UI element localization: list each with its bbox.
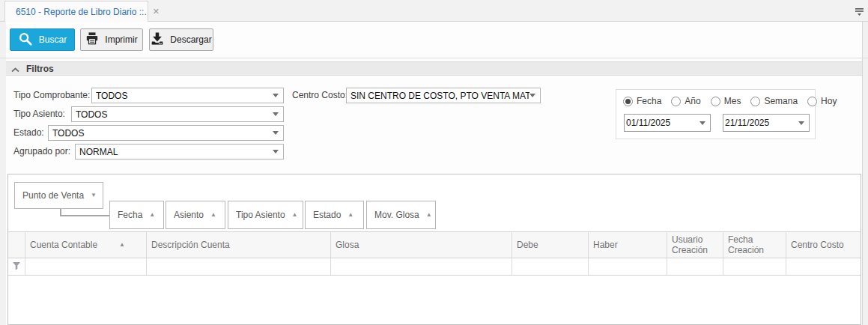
- imprimir-button-label: Imprimir: [105, 34, 137, 45]
- tipo-comprobante-select[interactable]: TODOS: [91, 88, 284, 103]
- filtros-group-header[interactable]: Filtros: [6, 61, 862, 76]
- radio-icon[interactable]: [623, 97, 633, 106]
- filter-input[interactable]: [723, 258, 786, 275]
- tab-title: 6510 - Reporte de Libro Diario ::.: [16, 7, 147, 17]
- filter-cell-glosa[interactable]: [331, 258, 512, 275]
- column-label: Cuenta Contable: [30, 240, 97, 250]
- date-from-input[interactable]: [626, 118, 686, 128]
- sort-box-label: Tipo Asiento: [236, 210, 285, 220]
- filter-cell-usuario-creacion[interactable]: [667, 258, 723, 275]
- column-header-row: Cuenta Contable ▲ Descripción Cuenta Glo…: [8, 231, 861, 258]
- close-icon[interactable]: ✕: [153, 7, 160, 16]
- chevron-down-icon: [798, 121, 804, 125]
- filter-input[interactable]: [147, 258, 330, 275]
- sort-box-label: Mov. Glosa: [374, 210, 419, 220]
- radio-icon[interactable]: [711, 97, 720, 106]
- chevron-down-icon: [699, 121, 705, 125]
- filter-input[interactable]: [667, 258, 723, 275]
- radio-mes[interactable]: Mes: [711, 96, 741, 106]
- radio-semana-label: Semana: [764, 96, 798, 106]
- tipo-asiento-label: Tipo Asiento:: [13, 106, 65, 122]
- column-label: Debe: [517, 240, 538, 250]
- sort-box-estado[interactable]: Estado ▲: [305, 201, 364, 229]
- radio-hoy[interactable]: Hoy: [807, 96, 837, 106]
- sort-desc-icon[interactable]: ▼: [91, 192, 97, 198]
- column-header-cuenta-contable[interactable]: Cuenta Contable ▲: [25, 232, 147, 258]
- descargar-button[interactable]: Descargar: [149, 28, 213, 51]
- tab-strip: 6510 - Reporte de Libro Diario ::. ✕: [0, 0, 868, 22]
- column-label: Glosa: [336, 240, 359, 250]
- imprimir-button[interactable]: Imprimir: [80, 28, 143, 51]
- radio-icon[interactable]: [807, 97, 817, 106]
- column-header-fecha-creacion[interactable]: Fecha Creación: [723, 232, 786, 258]
- group-connector: [60, 215, 109, 216]
- app-window: 6510 - Reporte de Libro Diario ::. ✕ Bus…: [0, 0, 868, 325]
- filter-input[interactable]: [512, 258, 588, 275]
- right-gutter: [862, 22, 868, 325]
- chevron-down-icon: [273, 150, 279, 154]
- column-header-glosa[interactable]: Glosa: [331, 232, 512, 258]
- filter-cell-debe[interactable]: [512, 258, 589, 275]
- column-header-debe[interactable]: Debe: [512, 232, 589, 258]
- radio-icon[interactable]: [750, 97, 760, 106]
- filter-input[interactable]: [589, 258, 667, 275]
- column-header-usuario-creacion[interactable]: Usuario Creación: [667, 232, 723, 258]
- tipo-asiento-select[interactable]: TODOS: [71, 106, 284, 122]
- tab-reporte-libro-diario[interactable]: 6510 - Reporte de Libro Diario ::. ✕: [4, 1, 148, 22]
- filter-input[interactable]: [331, 258, 512, 275]
- estado-label: Estado:: [13, 125, 44, 141]
- sort-box-fecha[interactable]: Fecha ▲: [109, 201, 164, 229]
- filter-input[interactable]: [25, 258, 146, 275]
- sort-asc-icon[interactable]: ▲: [347, 212, 353, 218]
- filter-cell-cuenta-contable[interactable]: [25, 258, 147, 275]
- filter-cell-fecha-creacion[interactable]: [723, 258, 786, 275]
- tab-list-dropdown-icon[interactable]: [855, 5, 864, 13]
- date-from-field[interactable]: [624, 114, 711, 132]
- sort-asc-icon[interactable]: ▲: [119, 242, 142, 248]
- sort-box-tipo-asiento[interactable]: Tipo Asiento ▲: [228, 201, 303, 229]
- group-by-punto-de-venta[interactable]: Punto de Venta ▼: [14, 182, 103, 209]
- sort-asc-icon[interactable]: ▲: [426, 212, 432, 218]
- column-header-haber[interactable]: Haber: [589, 232, 667, 258]
- chevron-up-icon[interactable]: [11, 62, 19, 76]
- filter-cell-haber[interactable]: [589, 258, 667, 275]
- sort-box-mov-glosa[interactable]: Mov. Glosa ▲: [366, 201, 436, 229]
- toolbar-separator: [0, 58, 868, 58]
- filtros-title: Filtros: [26, 64, 54, 74]
- centro-costo-select[interactable]: SIN CENTRO DE COSTO, PTO VENTA MATRIZ ..…: [346, 88, 541, 103]
- left-gutter: [0, 22, 6, 325]
- radio-ano[interactable]: Año: [671, 96, 700, 106]
- sort-asc-icon[interactable]: ▲: [292, 212, 298, 218]
- sort-box-label: Estado: [313, 210, 341, 220]
- descargar-button-label: Descargar: [170, 34, 211, 45]
- centro-costo-label: Centro Costo:: [292, 88, 347, 103]
- buscar-button-label: Buscar: [39, 34, 67, 45]
- sort-box-asiento[interactable]: Asiento ▲: [166, 201, 225, 229]
- funnel-icon: [12, 260, 21, 273]
- estado-select[interactable]: TODOS: [48, 125, 284, 141]
- tipo-comprobante-value: TODOS: [96, 91, 273, 101]
- date-to-field[interactable]: [723, 114, 810, 132]
- agrupado-por-select[interactable]: NORMAL: [75, 144, 284, 160]
- chevron-down-icon: [273, 94, 279, 97]
- column-label: Fecha Creación: [728, 234, 781, 255]
- column-label: Centro Costo: [791, 240, 844, 250]
- filter-input[interactable]: [786, 258, 861, 275]
- radio-semana[interactable]: Semana: [750, 96, 798, 106]
- empty-data-area: [8, 276, 861, 324]
- column-label: Usuario Creación: [672, 234, 718, 255]
- buscar-button[interactable]: Buscar: [10, 28, 75, 51]
- column-header-centro-costo[interactable]: Centro Costo: [786, 232, 861, 258]
- date-to-input[interactable]: [725, 118, 785, 128]
- filter-cell-descripcion-cuenta[interactable]: [147, 258, 331, 275]
- chevron-down-icon: [273, 112, 279, 116]
- chevron-down-icon: [529, 94, 535, 97]
- radio-fecha-label: Fecha: [637, 96, 661, 106]
- radio-icon[interactable]: [671, 97, 681, 106]
- radio-fecha[interactable]: Fecha: [623, 96, 661, 106]
- sort-asc-icon[interactable]: ▲: [210, 212, 216, 218]
- sort-asc-icon[interactable]: ▲: [149, 212, 155, 218]
- filter-cell-centro-costo[interactable]: [786, 258, 861, 275]
- column-header-descripcion-cuenta[interactable]: Descripción Cuenta: [147, 232, 331, 258]
- printer-icon: [85, 32, 99, 47]
